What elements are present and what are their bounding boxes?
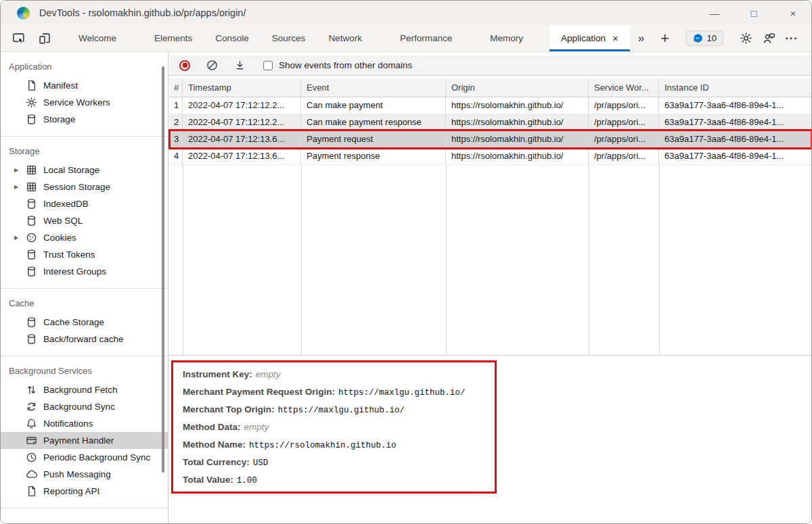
events-table-body: 1 2022-04-07 17:12:12.2... Can make paym…	[169, 97, 812, 165]
database-icon	[26, 266, 37, 277]
device-toolbar-button[interactable]	[32, 25, 58, 51]
tab-memory[interactable]: Memory	[478, 25, 535, 51]
sidebar-item-storage[interactable]: Storage	[1, 111, 168, 128]
sidebar-item-background-sync[interactable]: Background Sync	[1, 398, 168, 415]
expand-icon[interactable]: ▶	[12, 235, 21, 241]
sidebar-item-background-fetch[interactable]: Background Fetch	[1, 381, 168, 398]
inspect-cursor-icon	[12, 32, 26, 45]
tab-console[interactable]: Console	[204, 25, 261, 51]
section-title: Application	[1, 55, 168, 77]
bell-icon	[26, 418, 37, 429]
sidebar-item-session-storage[interactable]: ▶ Session Storage	[1, 178, 168, 195]
table-grid-icon	[26, 181, 37, 193]
section-background-services: Background Services Background Fetch Bac…	[1, 356, 168, 508]
show-events-checkbox[interactable]	[263, 61, 273, 70]
feedback-button[interactable]	[757, 28, 780, 49]
database-icon	[26, 198, 37, 210]
panel-tabs: Welcome Elements Console Sources Network…	[67, 25, 677, 51]
section-cache: Cache Cache Storage Back/forward cache	[1, 289, 168, 356]
event-details-pane: Instrument Key:empty Merchant Payment Re…	[169, 357, 812, 524]
table-grid-icon	[26, 164, 37, 176]
events-table-empty-area	[169, 165, 812, 356]
issues-counter-button[interactable]: 10	[686, 30, 723, 46]
tab-application[interactable]: Application ×	[549, 25, 630, 51]
column-header-instance-id[interactable]: Instance ID	[659, 78, 812, 97]
window-controls: — □ ×	[695, 1, 812, 25]
sidebar-item-local-storage[interactable]: ▶ Local Storage	[1, 162, 168, 178]
column-header-origin[interactable]: Origin	[446, 78, 589, 97]
application-sidebar: Application Manifest Service Workers Sto…	[1, 52, 168, 524]
database-icon	[26, 249, 37, 260]
expand-icon[interactable]: ▶	[12, 184, 21, 190]
service-workers-gear-icon	[26, 97, 37, 108]
download-events-button[interactable]	[234, 59, 246, 71]
title-bar: DevTools - rsolomakhin.github.io/pr/apps…	[1, 1, 812, 25]
sidebar-item-back-forward-cache[interactable]: Back/forward cache	[1, 331, 168, 348]
sidebar-item-indexeddb[interactable]: IndexedDB	[1, 195, 168, 212]
column-header-num[interactable]: #	[169, 78, 183, 97]
column-header-timestamp[interactable]: Timestamp	[183, 78, 301, 97]
record-events-button[interactable]	[179, 60, 190, 71]
sync-arrows-icon	[26, 401, 37, 412]
sidebar-item-interest-groups[interactable]: Interest Groups	[1, 263, 168, 280]
maximize-button[interactable]: □	[734, 1, 773, 25]
issues-count: 10	[707, 33, 717, 43]
tab-welcome[interactable]: Welcome	[67, 25, 128, 51]
payment-card-icon	[26, 435, 37, 446]
tab-sources[interactable]: Sources	[261, 25, 317, 51]
record-icon	[183, 63, 187, 68]
device-emulation-icon	[38, 32, 51, 45]
tab-close-icon[interactable]: ×	[612, 32, 618, 44]
add-panel-button[interactable]: +	[652, 25, 677, 51]
more-options-button[interactable]: ···	[780, 28, 803, 49]
sidebar-item-cache-storage[interactable]: Cache Storage	[1, 314, 168, 331]
more-tabs-button[interactable]: »	[630, 25, 652, 51]
detail-field-total-currency: Total Currency:USD	[183, 454, 812, 471]
sidebar-item-periodic-background-sync[interactable]: Periodic Background Sync	[1, 449, 168, 466]
detail-field-method-data: Method Data:empty	[183, 419, 812, 436]
chat-bubble-icon	[693, 33, 703, 43]
events-table-header: # Timestamp Event Origin Service Wor... …	[169, 78, 812, 97]
table-row[interactable]: 4 2022-04-07 17:12:13.6... Payment respo…	[169, 148, 812, 165]
tab-performance[interactable]: Performance	[388, 25, 464, 51]
section-storage: Storage ▶ Local Storage ▶ Session Storag…	[1, 137, 168, 289]
column-header-service-worker[interactable]: Service Wor...	[589, 78, 659, 97]
sidebar-item-web-sql[interactable]: Web SQL	[1, 212, 168, 229]
section-application: Application Manifest Service Workers Sto…	[1, 52, 168, 137]
close-button[interactable]: ×	[773, 1, 812, 25]
manifest-file-icon	[26, 80, 37, 91]
expand-icon[interactable]: ▶	[12, 167, 21, 173]
report-file-icon	[26, 485, 37, 497]
inspect-element-button[interactable]	[6, 25, 32, 51]
detail-field-total-value: Total Value:1.00	[183, 471, 812, 489]
sidebar-item-payment-handler[interactable]: Payment Handler	[1, 432, 168, 449]
table-row[interactable]: 1 2022-04-07 17:12:12.2... Can make paym…	[169, 97, 812, 114]
sidebar-item-trust-tokens[interactable]: Trust Tokens	[1, 246, 168, 263]
sidebar-item-reporting-api[interactable]: Reporting API	[1, 483, 168, 500]
table-row[interactable]: 2 2022-04-07 17:12:12.2... Can make paym…	[169, 114, 812, 131]
cloud-icon	[26, 469, 37, 480]
database-icon	[26, 316, 37, 328]
devtools-logo-icon	[17, 7, 30, 20]
up-down-arrows-icon	[26, 384, 37, 396]
sidebar-item-service-workers[interactable]: Service Workers	[1, 94, 168, 111]
column-header-event[interactable]: Event	[301, 78, 446, 97]
detail-field-method-name: Method Name:https://rsolomakhin.github.i…	[183, 436, 812, 454]
table-row-selected[interactable]: 3 2022-04-07 17:12:13.6... Payment reque…	[169, 131, 812, 148]
sidebar-item-push-messaging[interactable]: Push Messaging	[1, 466, 168, 483]
sidebar-item-manifest[interactable]: Manifest	[1, 77, 168, 94]
sidebar-item-notifications[interactable]: Notifications	[1, 415, 168, 432]
window-title: DevTools - rsolomakhin.github.io/pr/apps…	[39, 7, 246, 18]
database-icon	[26, 215, 37, 227]
clear-events-button[interactable]	[206, 59, 218, 71]
sidebar-scrollbar[interactable]	[162, 66, 164, 473]
payment-handler-toolbar: Show events from other domains	[169, 55, 812, 76]
tab-network[interactable]: Network	[317, 25, 374, 51]
gear-icon	[740, 32, 752, 45]
settings-button[interactable]	[734, 28, 757, 49]
tab-elements[interactable]: Elements	[143, 25, 204, 51]
minimize-button[interactable]: —	[695, 1, 734, 25]
tabbar-right-actions: 10 ···	[686, 25, 812, 51]
database-icon	[26, 333, 37, 345]
sidebar-item-cookies[interactable]: ▶ Cookies	[1, 229, 168, 246]
